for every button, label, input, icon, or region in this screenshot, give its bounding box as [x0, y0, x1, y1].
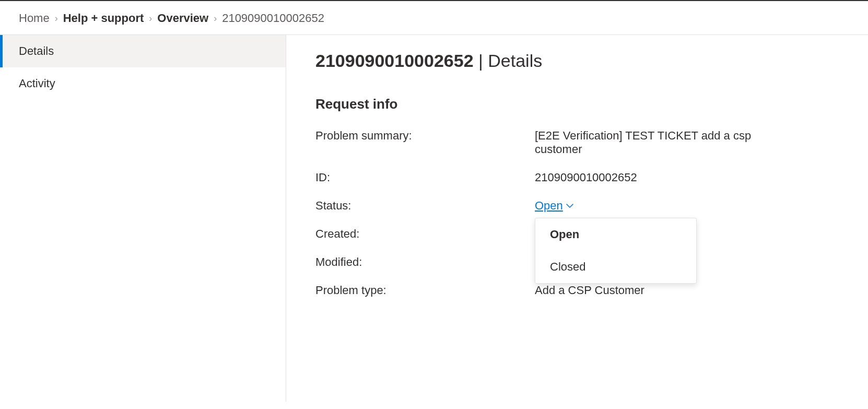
field-status: Status: Open Open Closed: [315, 199, 839, 213]
chevron-right-icon: ›: [214, 13, 217, 24]
chevron-down-icon: [566, 202, 573, 210]
sidebar-item-activity[interactable]: Activity: [0, 67, 286, 100]
breadcrumb-overview[interactable]: Overview: [157, 11, 208, 25]
breadcrumb: Home › Help + support › Overview › 21090…: [0, 1, 868, 34]
status-dropdown-trigger[interactable]: Open: [535, 199, 573, 213]
field-value: Add a CSP Customer: [535, 284, 644, 297]
page-title: 2109090010002652 | Details: [315, 51, 839, 71]
field-label: Status:: [315, 199, 535, 213]
main-panel: 2109090010002652 | Details Request info …: [286, 35, 868, 402]
breadcrumb-current: 2109090010002652: [222, 11, 324, 25]
field-problem-summary: Problem summary: [E2E Verification] TEST…: [315, 129, 839, 156]
status-option-closed[interactable]: Closed: [535, 251, 696, 283]
field-value: [E2E Verification] TEST TICKET add a csp…: [535, 129, 785, 156]
field-label: Created:: [315, 227, 535, 241]
content-area: Details Activity 2109090010002652 | Deta…: [0, 34, 868, 402]
field-value: Open Open Closed: [535, 199, 573, 213]
field-value: 2109090010002652: [535, 171, 637, 184]
breadcrumb-home[interactable]: Home: [19, 11, 50, 25]
sidebar: Details Activity: [0, 35, 286, 402]
status-option-open[interactable]: Open: [535, 218, 696, 251]
field-label: Problem type:: [315, 284, 535, 297]
field-problem-type: Problem type: Add a CSP Customer: [315, 284, 839, 297]
page-title-suffix: | Details: [474, 51, 543, 71]
section-heading-request-info: Request info: [315, 96, 839, 112]
field-label: Problem summary:: [315, 129, 535, 143]
field-label: Modified:: [315, 255, 535, 269]
field-id: ID: 2109090010002652: [315, 171, 839, 184]
field-label: ID:: [315, 171, 535, 184]
chevron-right-icon: ›: [149, 13, 152, 24]
status-dropdown-menu: Open Closed: [535, 218, 697, 284]
chevron-right-icon: ›: [55, 13, 58, 24]
breadcrumb-help-support[interactable]: Help + support: [63, 11, 144, 25]
ticket-id: 2109090010002652: [315, 51, 474, 71]
status-value: Open: [535, 199, 563, 213]
sidebar-item-details[interactable]: Details: [0, 35, 286, 67]
